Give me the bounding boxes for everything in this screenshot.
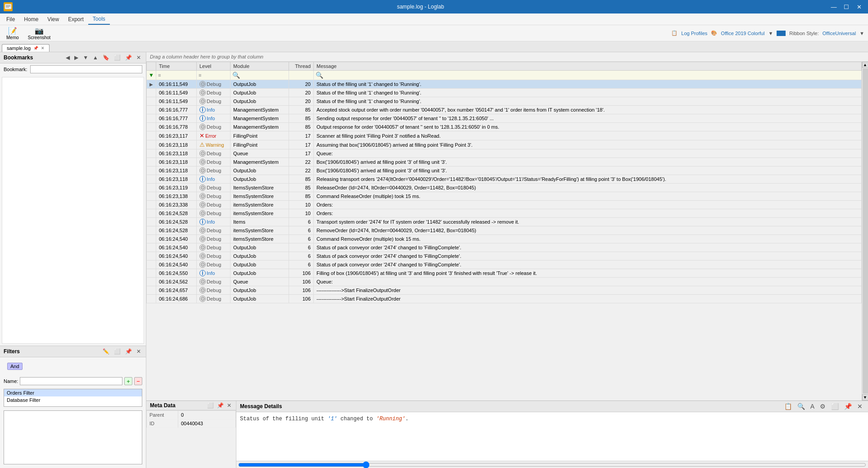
log-table-wrapper[interactable]: Time Level Module Thread (146, 62, 862, 400)
message-scrollbar[interactable] (238, 463, 866, 467)
message-pin-btn[interactable]: 📌 (842, 402, 854, 410)
filter-module-cell: 🔍 (231, 71, 289, 80)
col-level-header[interactable]: Level (197, 62, 231, 71)
bookmark-delete-button[interactable]: 🔖 (101, 54, 111, 61)
table-row[interactable]: 06:16:23,338⊙DebugitemsSystemStore10Orde… (147, 201, 862, 209)
meta-close-btn[interactable]: ✕ (226, 402, 232, 409)
message-search-btn[interactable]: 🔍 (796, 402, 807, 410)
bookmark-prev-button[interactable]: ◀ (64, 54, 71, 61)
col-module-header[interactable]: Module (231, 62, 289, 71)
table-row[interactable]: 06:16:23,119⊙DebugItemsSystemStore85Rele… (147, 184, 862, 192)
bookmark-restore-button[interactable]: ⬜ (113, 54, 122, 61)
row-message: Command ReleaseOrder (multiple) took 15 … (314, 192, 862, 201)
table-row[interactable]: 06:16:23,118⊙DebugOutputJob22Box('1906/0… (147, 166, 862, 175)
row-time: 06:16:11,549 (156, 89, 197, 97)
row-thread: 106 (289, 286, 314, 295)
filter-close-button[interactable]: ✕ (135, 348, 142, 355)
bookmark-pin-button[interactable]: 📌 (124, 54, 133, 61)
table-row[interactable]: 06:16:11,549⊙DebugOutputJob20Status of t… (147, 97, 862, 106)
table-row[interactable]: 06:16:16,778⊙DebugManagementSystem85Outp… (147, 123, 862, 131)
message-close-btn[interactable]: ✕ (855, 402, 864, 410)
screenshot-icon: 📷 (35, 27, 44, 35)
row-thread: 85 (289, 123, 314, 131)
row-thread: 6 (289, 243, 314, 252)
ribbon-style-value[interactable]: OfficeUniversal (823, 31, 856, 36)
filter-delete-button[interactable]: − (134, 377, 142, 385)
scroll-down-btn[interactable]: ▼ (862, 394, 868, 400)
table-row[interactable]: 06:16:24,528iInfoItems6Transport system … (147, 218, 862, 226)
filter-expand-cell: ▼ (147, 71, 156, 80)
filter-name-label: Name: (4, 378, 18, 384)
log-profiles-label[interactable]: Log Profiles (681, 31, 707, 36)
filter-item-database[interactable]: Database Filter (4, 396, 142, 404)
bookmark-input[interactable] (30, 65, 142, 73)
row-time: 06:16:24,528 (156, 209, 197, 218)
table-row[interactable]: 06:16:23,117✕ErrorFillingPoint17Scanner … (147, 131, 862, 140)
table-row[interactable]: 06:16:24,657⊙DebugOutputJob106----------… (147, 286, 862, 295)
screenshot-button[interactable]: 📷 Screenshot (25, 26, 54, 41)
message-settings-btn[interactable]: ⚙ (818, 402, 827, 410)
col-expand-header (147, 62, 156, 71)
table-row[interactable]: ▶06:16:11,549⊙DebugOutputJob20Status of … (147, 80, 862, 89)
table-row[interactable]: 06:16:23,118⊙DebugQueue17Queue: (147, 149, 862, 158)
bookmark-up-button[interactable]: ▲ (91, 54, 99, 61)
menu-file[interactable]: File (2, 14, 19, 25)
menu-tools[interactable]: Tools (88, 14, 110, 25)
minimize-button[interactable]: — (828, 1, 839, 12)
screenshot-label: Screenshot (28, 35, 51, 40)
table-row[interactable]: 06:16:24,528⊙DebugitemsSystemStore10Orde… (147, 209, 862, 218)
filter-name-input[interactable] (20, 377, 122, 385)
scroll-thumb[interactable] (863, 68, 868, 394)
message-restore-btn[interactable]: ⬜ (829, 402, 841, 410)
tab-sample-log[interactable]: sample.log 📌 ✕ (2, 44, 50, 52)
row-message: Scanner at filling point 'Filling Point … (314, 131, 862, 140)
bookmark-next-button[interactable]: ▶ (73, 54, 80, 61)
filter-edit-button[interactable]: ✏️ (101, 348, 111, 355)
table-row[interactable]: 06:16:24,540⊙DebugOutputJob6Status of pa… (147, 261, 862, 269)
menu-export[interactable]: Export (63, 14, 88, 25)
table-row[interactable]: 06:16:24,528⊙DebugitemsSystemStore6Remov… (147, 226, 862, 235)
table-row[interactable]: 06:16:24,562⊙DebugQueue106Queue: (147, 278, 862, 286)
col-thread-header[interactable]: Thread (289, 62, 314, 71)
scroll-up-btn[interactable]: ▲ (862, 62, 868, 68)
table-row[interactable]: 06:16:11,549⊙DebugOutputJob20Status of t… (147, 89, 862, 97)
table-row[interactable]: 06:16:24,550iInfoOutputJob106Filling of … (147, 269, 862, 278)
bookmark-down-button[interactable]: ▼ (81, 54, 90, 61)
table-row[interactable]: 06:16:16,777iInfoManagementSystem85Accep… (147, 106, 862, 114)
message-font-btn[interactable]: A (809, 402, 816, 410)
close-button[interactable]: ✕ (854, 1, 864, 12)
col-time-header[interactable]: Time (156, 62, 197, 71)
table-row[interactable]: 06:16:16,777iInfoManagementSystem85Sendi… (147, 114, 862, 123)
row-thread: 22 (289, 158, 314, 166)
filter-item-orders[interactable]: Orders Filter (4, 389, 142, 396)
row-level: ⊙Debug (197, 286, 231, 295)
table-row[interactable]: 06:16:24,686⊙DebugOutputJob106----------… (147, 295, 862, 303)
menu-home[interactable]: Home (19, 14, 43, 25)
table-row[interactable]: 06:16:24,540⊙DebugOutputJob6Status of pa… (147, 243, 862, 252)
table-row[interactable]: 06:16:23,118⊙DebugManagementSystem22Box(… (147, 158, 862, 166)
meta-restore-btn[interactable]: ⬜ (206, 402, 215, 409)
table-row[interactable]: 06:16:23,138⊙DebugItemsSystemStore85Comm… (147, 192, 862, 201)
meta-pin-btn[interactable]: 📌 (216, 402, 225, 409)
memo-button[interactable]: 📝 Memo (4, 26, 22, 41)
col-message-header[interactable]: Message (314, 62, 862, 71)
menu-view[interactable]: View (43, 14, 63, 25)
table-row[interactable]: 06:16:24,540⊙DebugitemsSystemStore6Comma… (147, 235, 862, 243)
filter-add-button[interactable]: + (124, 377, 132, 385)
col-message-label: Message (316, 63, 337, 69)
app-icon (4, 2, 13, 11)
office-theme-label[interactable]: Office 2019 Colorful (721, 31, 764, 36)
row-module: OutputJob (231, 80, 289, 89)
table-row[interactable]: 06:16:23,118iInfoOutputJob85Releasing tr… (147, 175, 862, 184)
tab-close-button[interactable]: ✕ (41, 46, 45, 50)
meta-parent-label: Parent (147, 411, 178, 419)
row-expand-icon[interactable]: ▶ (147, 80, 156, 89)
message-copy-btn[interactable]: 📋 (782, 402, 794, 410)
filter-restore-button[interactable]: ⬜ (113, 348, 122, 355)
bookmark-close-button[interactable]: ✕ (135, 54, 142, 61)
filter-pin-button[interactable]: 📌 (124, 348, 133, 355)
table-row[interactable]: 06:16:24,540⊙DebugOutputJob6Status of pa… (147, 252, 862, 261)
log-scrollbar[interactable]: ▲ ▼ (862, 62, 868, 400)
maximize-button[interactable]: ☐ (841, 1, 852, 12)
table-row[interactable]: 06:16:23,118⚠WarningFillingPoint17Assumi… (147, 140, 862, 149)
